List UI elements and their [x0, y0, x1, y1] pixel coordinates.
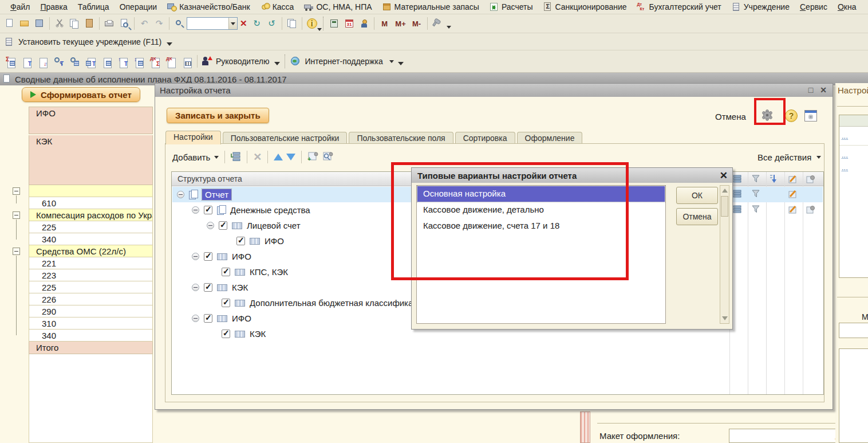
internet-support-button[interactable]: Интернет-поддержка [289, 54, 396, 69]
tab-sorting[interactable]: Сортировка [455, 132, 515, 144]
calculator-button[interactable] [327, 16, 342, 31]
menu-service[interactable]: Сервис [795, 1, 832, 13]
checkbox-checked[interactable] [236, 237, 245, 245]
move-list-button[interactable]: ↕ [131, 53, 147, 69]
table-row-total[interactable]: Итого [29, 342, 153, 354]
new-document-button[interactable] [2, 16, 17, 31]
dialog-titlebar[interactable]: Настройка отчета □ ✕ [155, 84, 833, 97]
extra-settings-cell-icon[interactable] [806, 205, 815, 215]
appearance-cell-icon[interactable] [788, 205, 797, 215]
open-settings-button[interactable] [322, 151, 334, 163]
collapse-group-button[interactable] [13, 248, 20, 255]
form-settings-button[interactable] [804, 110, 817, 121]
collapse-group-button[interactable] [13, 211, 20, 219]
maximize-button[interactable]: □ [805, 85, 816, 95]
menu-treasury-bank[interactable]: Казначейство/Банк [163, 1, 255, 13]
table-row[interactable]: 226 [29, 293, 153, 305]
collapse-icon[interactable] [192, 315, 199, 322]
move-into-group-button[interactable] [231, 152, 241, 163]
tab-user-fields[interactable]: Пользовательские поля [349, 132, 453, 144]
checkbox-checked[interactable] [222, 299, 230, 307]
user-settings-button[interactable] [357, 16, 372, 31]
checkbox-checked[interactable] [204, 252, 212, 261]
extra-settings-column-icon[interactable] [806, 174, 815, 185]
list-columns-button[interactable] [98, 53, 115, 69]
for-manager-button[interactable]: Руководителю [200, 54, 273, 69]
choose-link[interactable]: ... [842, 152, 848, 159]
background-field[interactable] [839, 323, 868, 338]
collapse-icon[interactable] [207, 222, 214, 229]
memory-plus-button[interactable]: M+ [393, 16, 409, 31]
choose-link[interactable]: ... [842, 165, 848, 171]
menu-edit[interactable]: Правка [35, 1, 72, 13]
clear-search-button[interactable]: ✕ [240, 18, 247, 29]
menu-accounting[interactable]: Бухгалтерский учет [633, 1, 726, 13]
info-button[interactable]: i [305, 16, 319, 31]
move-down-button[interactable] [286, 154, 295, 160]
collapse-icon[interactable] [192, 253, 199, 260]
menu-inventory[interactable]: Материальные запасы [378, 1, 484, 13]
find-text-button[interactable]: T [50, 53, 66, 69]
table-row[interactable] [29, 185, 153, 197]
table-row[interactable]: Средства ОМС (22л/с) [29, 245, 153, 257]
table-text-report-button[interactable]: T [18, 53, 34, 69]
table-row[interactable]: 340 [29, 330, 153, 342]
menu-institution[interactable]: Учреждение [727, 1, 794, 13]
menu-fixed-assets[interactable]: ОС, НМА, НПА [299, 1, 376, 13]
add-button[interactable]: Добавить [172, 152, 219, 162]
checkbox-checked[interactable] [222, 268, 230, 276]
filter-cell-icon[interactable] [751, 189, 760, 200]
help-button[interactable]: ? [785, 109, 798, 122]
menu-cash[interactable]: Касса [256, 1, 299, 13]
quick-search-input[interactable] [187, 18, 228, 29]
menu-windows[interactable]: Окна [833, 1, 861, 13]
fields-cell-icon[interactable] [733, 190, 742, 199]
table-row[interactable]: 340 [29, 233, 153, 245]
menu-authorization[interactable]: Санкционирование [538, 1, 631, 13]
calendar-button[interactable] [342, 16, 357, 31]
menu-table[interactable]: Таблица [73, 1, 114, 13]
checkbox-checked[interactable] [222, 330, 230, 338]
print-button[interactable] [102, 16, 117, 31]
tab-user-settings[interactable]: Пользовательские настройки [223, 132, 348, 144]
copy-window-button[interactable] [285, 16, 299, 31]
checkbox-checked[interactable] [204, 206, 212, 214]
collapse-icon[interactable] [192, 284, 199, 291]
menu-file[interactable]: Файл [6, 1, 34, 13]
cut-button[interactable] [52, 16, 67, 31]
table-row[interactable]: 610 [29, 197, 153, 209]
set-institution-button[interactable]: Установить текущее учреждение (F11) [2, 34, 165, 49]
checkbox-checked[interactable] [204, 314, 212, 323]
find-previous-button[interactable]: ↺ [265, 16, 279, 31]
dk-sigma-button[interactable]: ДКΣ [147, 53, 163, 69]
open-button[interactable] [17, 16, 32, 31]
checker-grid-button[interactable] [179, 53, 195, 69]
collapse-icon[interactable] [192, 206, 199, 214]
find-list-button[interactable] [66, 53, 82, 69]
add-group-settings-button[interactable]: + [307, 151, 319, 163]
filter-cell-icon[interactable] [751, 205, 760, 215]
settings-wrench-button[interactable] [430, 16, 445, 31]
copy-button[interactable] [67, 16, 82, 31]
list-text-button[interactable]: T [82, 53, 98, 69]
find-next-button[interactable]: ↻ [250, 16, 265, 31]
sort-column-icon[interactable] [770, 174, 779, 185]
scroll-thumb[interactable] [721, 196, 728, 217]
table-row[interactable]: 223 [29, 269, 153, 281]
all-actions-button[interactable]: Все действия [757, 152, 821, 162]
menu-settlements[interactable]: Расчеты [485, 1, 538, 13]
checkbox-checked[interactable] [204, 283, 212, 292]
checkbox-checked[interactable] [219, 221, 227, 230]
save-and-close-button[interactable]: Записать и закрыть [167, 108, 269, 123]
dk-document-button[interactable]: ДК [163, 53, 179, 69]
menu-operations[interactable]: Операции [115, 1, 162, 13]
appearance-column-icon[interactable] [788, 174, 797, 185]
undo-button[interactable]: ↶ [137, 16, 152, 31]
background-field[interactable] [839, 348, 868, 443]
layout-template-field[interactable]: ... [729, 429, 843, 443]
fields-cell-icon[interactable] [733, 205, 742, 215]
table-row[interactable]: 225 [29, 281, 153, 293]
tab-settings[interactable]: Настройки [165, 131, 221, 144]
choose-link[interactable]: ... [842, 134, 848, 140]
collapse-icon[interactable] [177, 191, 184, 198]
